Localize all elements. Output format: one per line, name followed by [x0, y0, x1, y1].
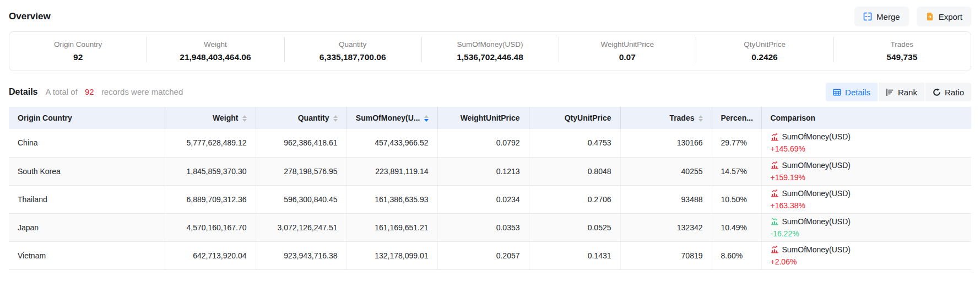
stat-label: Origin Country: [14, 40, 142, 48]
column-header-qty-unit-price: QtyUnitPrice: [529, 107, 620, 129]
sort-carets-icon[interactable]: [699, 115, 703, 122]
cell-quantity: 923,943,716.38: [256, 241, 346, 269]
cell-country: South Korea: [9, 157, 165, 185]
toolbar: Merge Export: [854, 7, 971, 26]
cell-qty-unit-price: 0.4753: [529, 129, 620, 157]
comparison-change: +159.19%: [771, 172, 963, 183]
cell-weight: 642,713,920.04: [165, 241, 256, 269]
comparison-label: SumOfMoney(USD): [782, 131, 851, 142]
top-header-row: Overview Merge: [9, 6, 971, 28]
cell-comparison: SumOfMoney(USD)+163.38%: [761, 185, 971, 213]
stat-value: 21,948,403,464.06: [151, 52, 279, 62]
column-header-label: WeightUnitPrice: [461, 114, 520, 122]
column-header-label: Quantity: [298, 114, 329, 122]
stat-value: 549,735: [838, 52, 966, 62]
cell-country: China: [9, 129, 165, 157]
table-icon: [833, 88, 841, 96]
column-header-label: Comparison: [771, 114, 816, 122]
stat-label: Trades: [838, 40, 966, 48]
column-header-weight[interactable]: Weight: [165, 107, 256, 129]
sort-carets-icon[interactable]: [424, 115, 429, 122]
stat-value: 0.07: [563, 52, 691, 62]
cell-sum-of-money: 457,433,966.52: [346, 129, 437, 157]
cell-weight: 5,777,628,489.12: [165, 129, 256, 157]
cell-sum-of-money: 223,891,119.14: [346, 157, 437, 185]
tab-label: Rank: [898, 88, 917, 97]
comparison-change: -16.22%: [771, 228, 963, 239]
export-button-label: Export: [939, 12, 962, 21]
comparison-metric: SumOfMoney(USD): [771, 188, 963, 199]
cell-quantity: 278,198,576.95: [256, 157, 346, 185]
merge-icon: [863, 12, 872, 21]
cell-country: Thailand: [9, 185, 165, 213]
sort-carets-icon[interactable]: [242, 115, 247, 122]
column-header-label: SumOfMoney(U...: [356, 114, 420, 122]
table-header-row: Origin CountryWeightQuantitySumOfMoney(U…: [9, 107, 971, 129]
cell-percent: 14.57%: [712, 157, 761, 185]
stat-value: 92: [14, 52, 142, 62]
overview-stat-sumofmoney-usd: SumOfMoney(USD)1,536,702,446.48: [421, 39, 559, 63]
details-heading: Details A total of 92 records were match…: [9, 87, 183, 97]
match-suffix: records were matched: [101, 87, 183, 96]
ratio-icon: [933, 88, 941, 96]
export-button[interactable]: Export: [917, 7, 971, 26]
rank-icon: [886, 88, 894, 96]
comparison-change: +145.69%: [771, 143, 963, 154]
view-tab-group: DetailsRankRatio: [826, 83, 971, 101]
cell-sum-of-money: 132,178,099.01: [346, 241, 437, 269]
cell-trades: 130166: [620, 129, 712, 157]
stat-value: 6,335,187,700.06: [289, 52, 417, 62]
cell-weight: 1,845,859,370.30: [165, 157, 256, 185]
comparison-label: SumOfMoney(USD): [782, 188, 851, 199]
match-summary: A total of 92 records were matched: [45, 87, 183, 96]
chart-up-icon: [771, 245, 779, 253]
column-header-label: Weight: [213, 114, 238, 122]
page: Overview Merge: [0, 0, 980, 270]
table-row-thailand: Thailand6,889,709,312.36596,300,840.4516…: [9, 185, 971, 213]
cell-percent: 10.49%: [712, 213, 761, 241]
cell-weight-unit-price: 0.1213: [437, 157, 529, 185]
page-title: Overview: [9, 11, 51, 22]
overview-stat-weightunitprice: WeightUnitPrice0.07: [559, 39, 696, 63]
tab-details[interactable]: Details: [826, 83, 878, 101]
cell-country: Vietnam: [9, 241, 165, 269]
cell-sum-of-money: 161,169,651.21: [346, 213, 437, 241]
comparison-metric: SumOfMoney(USD): [771, 216, 963, 227]
overview-stats-card: Origin Country92Weight21,948,403,464.06Q…: [9, 31, 971, 71]
column-header-trades[interactable]: Trades: [620, 107, 712, 129]
tab-ratio[interactable]: Ratio: [925, 83, 971, 101]
cell-percent: 29.77%: [712, 129, 761, 157]
match-count: 92: [85, 87, 94, 96]
chart-up-icon: [771, 133, 779, 141]
stat-value: 0.2426: [700, 52, 829, 62]
table-row-vietnam: Vietnam642,713,920.04923,943,716.38132,1…: [9, 241, 971, 269]
cell-qty-unit-price: 0.1431: [529, 241, 620, 269]
column-header-label: Trades: [669, 114, 694, 122]
cell-quantity: 3,072,126,247.51: [256, 213, 346, 241]
chart-up-icon: [771, 161, 779, 169]
merge-button-label: Merge: [876, 12, 900, 21]
cell-weight-unit-price: 0.0353: [437, 213, 529, 241]
cell-qty-unit-price: 0.0525: [529, 213, 620, 241]
chart-down-icon: [771, 217, 779, 225]
cell-country: Japan: [9, 213, 165, 241]
cell-trades: 40255: [620, 157, 712, 185]
stat-label: Quantity: [289, 40, 417, 48]
cell-qty-unit-price: 0.2706: [529, 185, 620, 213]
column-header-quantity[interactable]: Quantity: [256, 107, 346, 129]
sort-carets-icon[interactable]: [333, 115, 338, 122]
stat-label: QtyUnitPrice: [700, 40, 829, 48]
cell-trades: 93488: [620, 185, 712, 213]
comparison-label: SumOfMoney(USD): [782, 160, 851, 171]
overview-stat-qtyunitprice: QtyUnitPrice0.2426: [696, 39, 833, 63]
merge-button[interactable]: Merge: [854, 7, 909, 26]
overview-stat-quantity: Quantity6,335,187,700.06: [284, 39, 421, 63]
stat-label: SumOfMoney(USD): [426, 40, 554, 48]
column-header-weight-unit-price: WeightUnitPrice: [437, 107, 529, 129]
column-header-sum-of-money[interactable]: SumOfMoney(U...: [346, 107, 437, 129]
tab-rank[interactable]: Rank: [879, 83, 924, 101]
cell-weight: 6,889,709,312.36: [165, 185, 256, 213]
cell-percent: 8.60%: [712, 241, 761, 269]
stat-label: Weight: [151, 40, 279, 48]
column-header-comparison: Comparison: [761, 107, 971, 129]
